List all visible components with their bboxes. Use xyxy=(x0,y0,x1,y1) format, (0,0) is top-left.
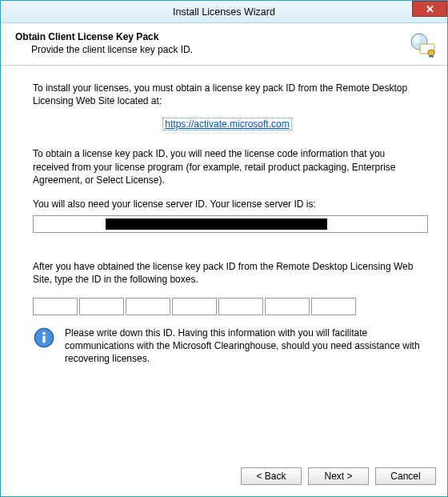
next-button[interactable]: Next > xyxy=(308,467,369,485)
keypack-id-inputs xyxy=(33,298,422,315)
svg-point-1 xyxy=(414,35,420,43)
license-wizard-icon xyxy=(409,31,436,58)
close-button[interactable]: ✕ xyxy=(412,1,447,17)
wizard-content: To install your licenses, you must obtai… xyxy=(1,66,447,459)
activation-link[interactable]: https://activate.microsoft.com xyxy=(163,118,290,130)
server-id-redacted-bar xyxy=(106,218,327,230)
window-title: Install Licenses Wizard xyxy=(173,6,275,18)
wizard-header: Obtain Client License Key Pack Provide t… xyxy=(1,23,447,66)
keypack-input-7[interactable] xyxy=(311,298,356,315)
wizard-footer: < Back Next > Cancel xyxy=(1,459,447,496)
header-title: Obtain Client License Key Pack xyxy=(15,31,409,42)
close-icon: ✕ xyxy=(426,4,434,14)
info-icon xyxy=(33,327,55,349)
wizard-window: Install Licenses Wizard ✕ Obtain Client … xyxy=(0,0,448,497)
svg-point-6 xyxy=(42,331,46,335)
titlebar: Install Licenses Wizard ✕ xyxy=(1,1,447,23)
info-note: Please write down this ID. Having this i… xyxy=(33,327,422,366)
keypack-input-4[interactable] xyxy=(172,298,217,315)
keypack-input-1[interactable] xyxy=(33,298,78,315)
keypack-input-5[interactable] xyxy=(218,298,263,315)
svg-rect-7 xyxy=(42,335,45,343)
intro-paragraph: To install your licenses, you must obtai… xyxy=(33,82,422,107)
server-id-display xyxy=(33,215,428,233)
activation-link-row: https://activate.microsoft.com xyxy=(33,118,422,130)
svg-point-3 xyxy=(428,50,434,56)
need-paragraph: To obtain a license key pack ID, you wil… xyxy=(33,147,422,186)
info-text: Please write down this ID. Having this i… xyxy=(65,327,422,366)
header-text: Obtain Client License Key Pack Provide t… xyxy=(15,31,409,55)
header-subtitle: Provide the client license key pack ID. xyxy=(15,44,409,55)
server-id-label: You will also need your license server I… xyxy=(33,198,422,210)
keypack-input-3[interactable] xyxy=(126,298,170,315)
keypack-input-2[interactable] xyxy=(79,298,124,315)
cancel-button[interactable]: Cancel xyxy=(375,467,436,485)
after-paragraph: After you have obtained the license key … xyxy=(33,260,422,286)
back-button[interactable]: < Back xyxy=(241,467,302,485)
keypack-input-6[interactable] xyxy=(265,298,310,315)
